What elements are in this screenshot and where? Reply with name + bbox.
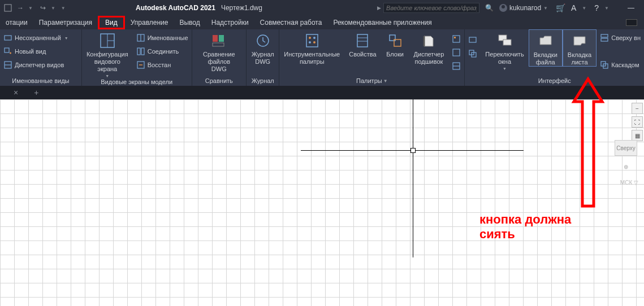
svg-rect-0	[5, 5, 11, 11]
chevron-down-icon: ▼	[64, 36, 68, 40]
file-tabs-icon	[537, 32, 555, 50]
interface-small-2[interactable]	[468, 47, 477, 60]
panel-label: Сравнить	[192, 76, 247, 86]
window-icon	[468, 36, 477, 45]
svg-rect-28	[454, 37, 456, 38]
menu-item-addins[interactable]: Надстройки	[206, 16, 254, 29]
palette-icon	[452, 34, 461, 43]
qat-arrow-icon[interactable]: →	[16, 3, 25, 12]
app-title: Autodesk AutoCAD 2021	[136, 4, 215, 12]
tool-palettes-button[interactable]: Инструментальныепалитры	[279, 29, 344, 65]
dwg-compare-button[interactable]: Сравнение файловDWG	[192, 29, 247, 73]
chevron-down-icon: ▼	[543, 6, 548, 11]
compass-icon[interactable]: ⊕	[618, 164, 634, 174]
palette-icon	[452, 62, 461, 71]
svg-rect-32	[469, 37, 476, 42]
palette-small-2[interactable]	[452, 46, 461, 59]
title-bar: → ▼ ↪ ▼ ▼ Autodesk AutoCAD 2021 Чертеж1.…	[0, 0, 644, 16]
menu-item-view[interactable]: Вид	[98, 16, 125, 29]
search-box[interactable]: ▶	[377, 3, 479, 13]
restore-viewports-button[interactable]: Восстан	[136, 59, 188, 71]
svg-rect-15	[213, 43, 224, 46]
dwg-compare-icon	[210, 32, 228, 50]
qat-save-icon[interactable]	[3, 3, 12, 12]
search-input[interactable]	[383, 3, 479, 13]
panel-label: Видовые экраны модели	[82, 78, 192, 86]
minimize-button[interactable]: —	[621, 2, 641, 14]
blocks-icon	[386, 32, 404, 50]
properties-button[interactable]: Свойства	[344, 29, 381, 58]
avatar-icon	[499, 4, 507, 12]
nav-home-icon[interactable]: ▦	[632, 130, 643, 141]
navigation-bar: − ⛶ ▦	[632, 103, 643, 141]
tool-palettes-icon	[303, 32, 321, 50]
ucs-label[interactable]: МСК ▽	[620, 180, 638, 186]
search-icon[interactable]: 🔍	[485, 4, 494, 12]
chevron-down-icon: ▼	[503, 67, 507, 71]
drawing-area[interactable]	[0, 99, 644, 306]
layout-tabs-icon	[570, 32, 589, 50]
pickbox	[410, 148, 416, 153]
view-manager-button[interactable]: Диспетчер видов	[3, 59, 68, 71]
svg-rect-38	[601, 38, 608, 41]
help-icon[interactable]: ?	[594, 3, 599, 12]
cascade-icon	[600, 60, 609, 69]
new-view-button[interactable]: Новый вид	[3, 45, 68, 58]
palette-small-3[interactable]	[452, 60, 461, 72]
palette-icon	[452, 48, 461, 57]
named-viewports-button[interactable]: Именованные	[136, 32, 188, 44]
sheet-set-icon	[420, 32, 438, 50]
panel-label[interactable]: Палитры▼	[279, 76, 464, 86]
svg-rect-2	[5, 48, 9, 53]
panel-label: Журнал	[247, 76, 279, 86]
chevron-right-icon: ▶	[377, 5, 381, 11]
svg-rect-17	[306, 34, 318, 47]
viewport-config-button[interactable]: Конфигурациявидового экрана ▼	[82, 29, 133, 78]
user-name: kukunarod	[509, 4, 541, 12]
layer-icon	[3, 33, 12, 42]
new-tab-button[interactable]: +	[26, 86, 46, 99]
switch-windows-button[interactable]: Переключитьокна ▼	[481, 29, 528, 71]
chevron-down-icon[interactable]: ▼	[61, 6, 66, 11]
nav-minus-icon[interactable]: −	[632, 103, 643, 114]
chevron-down-icon[interactable]: ▼	[28, 6, 33, 11]
qat-redo-icon[interactable]: ↪	[38, 3, 47, 12]
menu-item-parametrization[interactable]: Параметризация	[33, 16, 98, 29]
dwg-history-button[interactable]: ЖурналDWG	[247, 29, 279, 65]
layout-tabs-button[interactable]: Вкладкалиста	[563, 29, 597, 67]
window-icon	[468, 49, 477, 58]
join-icon	[136, 47, 145, 56]
cascade-button[interactable]: Каскадом	[600, 59, 641, 71]
chevron-down-icon[interactable]: ▼	[604, 6, 609, 11]
cart-icon[interactable]: 🛒	[556, 3, 565, 12]
sheet-set-manager-button[interactable]: Диспетчерподшивок	[409, 29, 449, 65]
menu-item-manage[interactable]: Управление	[125, 16, 174, 29]
svg-rect-11	[141, 48, 144, 55]
palette-small-1[interactable]	[452, 33, 461, 45]
chevron-down-icon[interactable]: ▼	[582, 6, 586, 11]
menu-item-collaborate[interactable]: Совместная работа	[254, 16, 328, 29]
user-menu[interactable]: kukunarod ▼	[499, 4, 550, 12]
tile-horizontal-button[interactable]: Сверху вн	[600, 32, 641, 44]
menu-item-featured-apps[interactable]: Рекомендованные приложения	[327, 16, 437, 29]
crosshair-vertical	[413, 99, 413, 257]
nav-full-icon[interactable]: ⛶	[632, 116, 643, 128]
svg-rect-14	[219, 35, 224, 42]
autodesk-app-icon[interactable]: Α	[571, 3, 576, 12]
restore-icon	[136, 60, 145, 69]
chevron-down-icon[interactable]: ▼	[51, 6, 55, 11]
menu-item-output[interactable]: Вывод	[174, 16, 205, 29]
view-cube[interactable]: Сверху	[615, 140, 637, 156]
menu-item-annotations[interactable]: отации	[0, 16, 33, 29]
join-viewports-button[interactable]: Соединить	[136, 45, 188, 58]
file-tabs-button[interactable]: Вкладкифайла	[529, 29, 563, 67]
blocks-button[interactable]: Блоки	[381, 29, 409, 58]
properties-icon	[353, 32, 371, 50]
svg-rect-10	[137, 48, 140, 55]
interface-small-1[interactable]	[468, 34, 477, 46]
color-swatch[interactable]	[626, 19, 637, 26]
svg-rect-29	[453, 49, 460, 56]
svg-rect-13	[213, 35, 218, 42]
unsaved-view-dropdown[interactable]: Несохраненный ▼	[3, 32, 68, 44]
close-tab-button[interactable]: ×	[6, 86, 26, 99]
